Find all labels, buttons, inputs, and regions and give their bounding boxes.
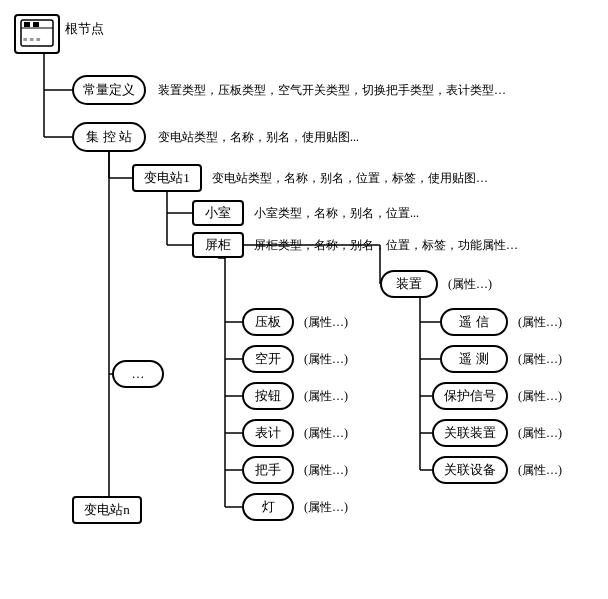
device-prop: (属性…) (448, 276, 492, 293)
node-button[interactable]: 按钮 (242, 382, 294, 410)
node-telemetry[interactable]: 遥 信 (440, 308, 508, 336)
handle-prop: (属性…) (304, 462, 348, 479)
node-meter[interactable]: 表计 (242, 419, 294, 447)
room-desc: 小室类型，名称，别名，位置... (254, 205, 419, 222)
root-icon-node: ≡ ≡ ≡ (14, 14, 60, 54)
root-icon-svg: ≡ ≡ ≡ (19, 18, 55, 50)
node-substation-n[interactable]: 变电站n (72, 496, 142, 524)
related-equipment-prop: (属性…) (518, 462, 562, 479)
node-substation1[interactable]: 变电站1 (132, 164, 202, 192)
node-device[interactable]: 装置 (380, 270, 438, 298)
node-ellipsis: … (112, 360, 164, 388)
node-air-switch[interactable]: 空开 (242, 345, 294, 373)
air-switch-prop: (属性…) (304, 351, 348, 368)
svg-text:≡ ≡ ≡: ≡ ≡ ≡ (23, 35, 41, 44)
constant-desc: 装置类型，压板类型，空气开关类型，切换把手类型，表计类型… (158, 82, 506, 99)
pressure-plate-prop: (属性…) (304, 314, 348, 331)
svg-rect-33 (24, 22, 30, 27)
node-related-equipment[interactable]: 关联设备 (432, 456, 508, 484)
node-cabinet[interactable]: 屏柜 (192, 232, 244, 258)
node-station-group[interactable]: 集 控 站 (72, 122, 146, 152)
station-group-desc: 变电站类型，名称，别名，使用贴图... (158, 129, 359, 146)
diagram: ≡ ≡ ≡ 根节点 常量定义 装置类型，压板类型，空气开关类型，切换把手类型，表… (0, 0, 608, 599)
node-protection[interactable]: 保护信号 (432, 382, 508, 410)
button-prop: (属性…) (304, 388, 348, 405)
substation1-desc: 变电站类型，名称，别名，位置，标签，使用贴图… (212, 170, 488, 187)
node-room[interactable]: 小室 (192, 200, 244, 226)
node-light[interactable]: 灯 (242, 493, 294, 521)
node-remote-measure[interactable]: 遥 测 (440, 345, 508, 373)
light-prop: (属性…) (304, 499, 348, 516)
node-constant[interactable]: 常量定义 (72, 75, 146, 105)
remote-measure-prop: (属性…) (518, 351, 562, 368)
telemetry-prop: (属性…) (518, 314, 562, 331)
meter-prop: (属性…) (304, 425, 348, 442)
node-pressure-plate[interactable]: 压板 (242, 308, 294, 336)
node-handle[interactable]: 把手 (242, 456, 294, 484)
related-device-prop: (属性…) (518, 425, 562, 442)
cabinet-desc: 屏柜类型，名称，别名，位置，标签，功能属性… (254, 237, 518, 254)
root-label: 根节点 (65, 20, 104, 38)
protection-prop: (属性…) (518, 388, 562, 405)
node-related-device[interactable]: 关联装置 (432, 419, 508, 447)
svg-rect-34 (33, 22, 39, 27)
